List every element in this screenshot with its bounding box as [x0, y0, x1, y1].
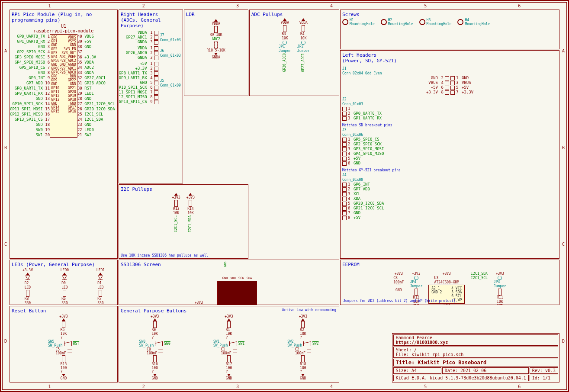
net-label: GP4_SPI0_MISO [15, 60, 45, 64]
net-label: GP13_SPI1_CS [15, 117, 43, 122]
block-screws: Screws H1MountingHoleH2MountingHoleH3Mou… [340, 10, 559, 49]
net-label: GP8_UART1_TX [15, 86, 43, 90]
power-label: +3V3 [195, 301, 203, 305]
sheet-rev: Rev: v0.3 [530, 367, 558, 374]
sheet-path: Sheet: / [396, 347, 417, 352]
eda-tool: KiCad E.D.A. kicad 5.1.9-73d0e3b20d88ubu… [393, 375, 529, 381]
component-value: 10K [216, 33, 222, 37]
sheet-size: Size: A4 [393, 367, 441, 374]
pico-chip-body: GP0VBUSGP1VSYSGNDGNDGP23V3_ENGP33V3_OUTG… [50, 34, 77, 138]
svg-marker-2 [62, 276, 67, 280]
block-title: ADC Pullups [251, 12, 337, 17]
designer-name: Hammond Pearce [396, 335, 432, 340]
net-label: GND [36, 96, 43, 101]
sheet-title: Title: Kiwikit Pico Baseboard [393, 359, 558, 366]
mounting-hole-icon [381, 19, 387, 25]
net-label: GND [38, 71, 45, 75]
net-label: GP9_UART1_RX [15, 91, 43, 96]
net-label: +5V [84, 39, 91, 44]
block-title: I2C Pullups [121, 186, 246, 192]
net-label: I2C1_SDA [84, 117, 103, 122]
net-label: GP3_SPI0_MOSI [15, 55, 45, 59]
note-text: Jumpers for AD2 (address bit 2) and WP (… [343, 299, 458, 303]
block-title: LEDs (Power, General Purpose) [12, 262, 116, 267]
block-adc-pullups: ADC Pullups VDDA R310K JP1Jumper GP26_AD… [249, 10, 339, 96]
block-gp-buttons: General Purpose Buttons Active Low with … [119, 306, 339, 382]
block-title: LDR [186, 12, 246, 17]
svg-marker-4 [98, 276, 103, 280]
block-eeprom: EEPROM +3V3C8100nFGND +3V3JP4JumperR1210… [340, 260, 559, 305]
switch-icon [64, 341, 72, 346]
net-label: GP0_UART0_TX [17, 34, 45, 39]
sheet-date: Date: 2021-02-06 [442, 367, 529, 374]
net-label: GP11_SPI1_MOSI [10, 107, 43, 111]
block-leds: LEDs (Power, General Purpose) +3.3V D2LE… [10, 260, 118, 305]
oled-screen-icon [217, 281, 257, 305]
net-label: GND [84, 122, 91, 127]
mounting-hole-icon [457, 19, 463, 25]
block-title: Right Headers(ADCs, General Purpose) [121, 12, 181, 29]
ruler-left: ABCD [3, 3, 9, 389]
net-label: SW2 [84, 133, 91, 137]
net-label: GP7_AD0 [26, 81, 43, 85]
component-ref: U1 [61, 24, 66, 29]
net-label: GND [36, 122, 43, 127]
component-value: 5-10K [215, 48, 225, 52]
block-title: Left Headers(Power, SD, GY-521) [342, 52, 557, 64]
block-title: EEPROM [342, 262, 557, 267]
gnd-label: GNDA [212, 55, 220, 60]
switch-icon [229, 341, 237, 346]
net-label: GP27_ADC1 [84, 76, 106, 80]
net-label: GNDA [84, 71, 94, 75]
ruler-bottom: 123456 [3, 383, 566, 389]
power-label: VDDA [212, 22, 220, 26]
title-block: Hammond Pearcehttps://01001000.xyz Sheet… [392, 333, 559, 382]
net-label: ADC2 [84, 65, 94, 70]
net-label: GP20_I2C0_SDA [84, 107, 115, 111]
sheet-id: Id: 1/1 [530, 375, 558, 381]
schematic-sheet: 123456 123456 ABCD ABCD Screws H1Mountin… [0, 0, 569, 392]
block-title: Reset Button [12, 308, 116, 314]
block-left-headers: Left Headers(Power, SD, GY-521) J1Conn_0… [340, 50, 559, 259]
ruler-top: 123456 [3, 3, 566, 9]
net-label: GND [84, 96, 91, 101]
block-ldr: LDR VDDA R9 10K ADC2 R10 5-10K GNDA [184, 10, 248, 96]
net-label: GND [38, 45, 45, 49]
component-ref: R9 [210, 33, 214, 37]
net-label: LED0 [84, 128, 94, 132]
net-label: LED1 [84, 91, 94, 96]
block-right-headers: Right Headers(ADCs, General Purpose) VDD… [119, 10, 183, 183]
led-icon [98, 275, 103, 281]
net-label: +3.3V [84, 55, 96, 59]
net-label: GP6_INT [29, 76, 45, 80]
ruler-right: ABCD [560, 3, 566, 389]
block-pico: RPi Pico Module (Plug in, no programming… [10, 10, 118, 259]
component-ref: R10 [207, 48, 213, 52]
block-reset: Reset Button +3V3 R510K? SW5SW_PushRST C… [10, 306, 118, 382]
block-title: SSD1306 Screen [121, 262, 337, 267]
switch-icon [155, 341, 163, 346]
net-label: GP10_SPI1_SCK [12, 102, 42, 106]
net-label: GP5_SPI0_CS [19, 65, 45, 70]
net-label: I2C1_SCL [84, 112, 103, 116]
led-icon [62, 275, 67, 281]
gnd-icon [214, 53, 218, 55]
net-label: GP1_UART0_RX [17, 39, 45, 44]
block-title: Screws [342, 12, 557, 17]
svg-marker-0 [26, 276, 30, 280]
file-name: File: kiwikit-rpi-pico.sch [396, 352, 464, 357]
net-label: GND [84, 45, 91, 49]
net-label: GP21_I2C0_SCL [84, 102, 115, 106]
mounting-hole-icon [419, 19, 425, 25]
switch-icon [303, 341, 311, 346]
note-text: Use 10K incase SSD1306 has pullups as we… [121, 254, 208, 257]
net-label: VBUS [84, 34, 94, 39]
net-label: SW0 [36, 128, 43, 132]
net-label: VDDA [84, 60, 94, 64]
resistor-icon [214, 26, 218, 33]
note-text: Active Low with debouncing [282, 308, 336, 312]
net-label: SW1 [36, 133, 43, 137]
net-label: RST [84, 86, 91, 90]
net-label: GP2_SPI0_SCK [17, 50, 45, 54]
component-type: raspberrypi-pico-module [34, 29, 93, 33]
